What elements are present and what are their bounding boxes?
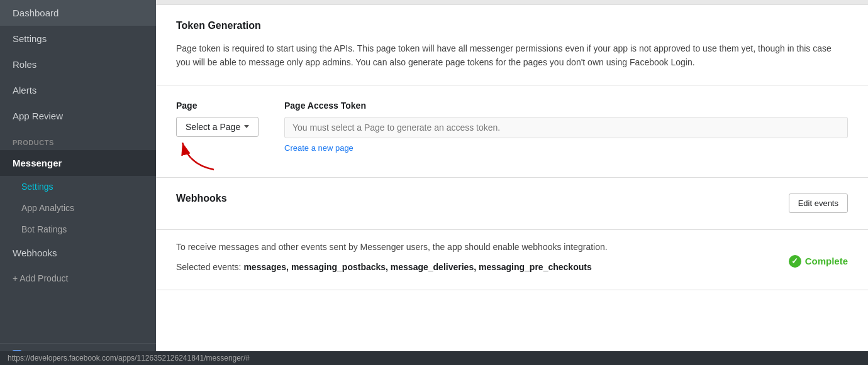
token-access-col: Page Access Token Create a new page: [284, 101, 848, 153]
sidebar-sub-item-app-analytics[interactable]: App Analytics: [0, 197, 156, 219]
sidebar-item-messenger[interactable]: Messenger: [0, 150, 156, 176]
access-token-input[interactable]: [284, 117, 848, 138]
access-token-label: Page Access Token: [284, 101, 848, 111]
sidebar-item-alerts[interactable]: Alerts: [0, 77, 156, 103]
webhooks-description: To receive messages and other events sen…: [176, 240, 779, 254]
webhooks-section: Webhooks Edit events: [156, 178, 868, 230]
sidebar-sub-item-settings[interactable]: Settings: [0, 176, 156, 197]
events-list: messages, messaging_postbacks, message_d…: [243, 262, 591, 272]
create-new-page-link[interactable]: Create a new page: [284, 143, 353, 153]
token-grid: Page Select a Page: [176, 101, 848, 162]
status-bar-url: https://developers.facebook.com/apps/112…: [8, 354, 250, 362]
select-page-button[interactable]: Select a Page: [176, 117, 259, 137]
red-arrow-annotation: [176, 137, 264, 162]
products-section-label: PRODUCTS: [0, 129, 156, 150]
page-label: Page: [176, 101, 264, 111]
webhooks-events: Selected events: messages, messaging_pos…: [176, 260, 779, 274]
sidebar-item-roles[interactable]: Roles: [0, 52, 156, 77]
token-page-col: Page Select a Page: [176, 101, 264, 162]
top-border: [156, 0, 868, 5]
select-page-label: Select a Page: [186, 122, 240, 132]
sidebar-item-dashboard[interactable]: Dashboard: [0, 0, 156, 26]
webhooks-header: Webhooks Edit events: [176, 193, 848, 214]
complete-label: Complete: [805, 256, 848, 266]
sidebar-sub-item-bot-ratings[interactable]: Bot Ratings: [0, 219, 156, 240]
webhooks-content: To receive messages and other events sen…: [176, 240, 848, 275]
status-bar: https://developers.facebook.com/apps/112…: [0, 351, 868, 365]
sidebar-item-settings[interactable]: Settings: [0, 26, 156, 52]
webhooks-text: To receive messages and other events sen…: [176, 240, 779, 275]
sidebar-item-webhooks[interactable]: Webhooks: [0, 240, 156, 266]
token-generation-section: Token Generation Page token is required …: [156, 5, 868, 85]
webhooks-body: To receive messages and other events sen…: [156, 230, 868, 290]
events-prefix: Selected events:: [176, 262, 243, 272]
token-generation-title: Token Generation: [176, 20, 848, 31]
sidebar-item-add-product[interactable]: + Add Product: [0, 266, 156, 291]
sidebar: Dashboard Settings Roles Alerts App Revi…: [0, 0, 156, 365]
complete-badge: ✓ Complete: [789, 255, 848, 268]
edit-events-button[interactable]: Edit events: [789, 193, 848, 213]
token-generation-form: Page Select a Page: [156, 85, 868, 178]
sidebar-item-app-review[interactable]: App Review: [0, 103, 156, 129]
main-content: Token Generation Page token is required …: [156, 0, 868, 365]
complete-check-icon: ✓: [789, 255, 801, 268]
token-generation-description: Page token is required to start using th…: [176, 41, 848, 70]
webhooks-title: Webhooks: [176, 193, 227, 204]
chevron-down-icon: [244, 125, 249, 128]
